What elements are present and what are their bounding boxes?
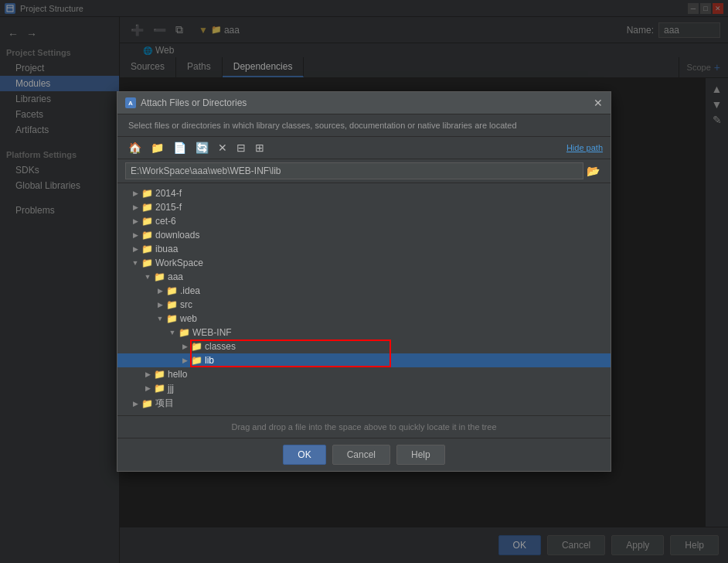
tree-item-ibuaa[interactable]: ▶ 📁 ibuaa: [117, 242, 611, 256]
tree-label-jjj: jjj: [168, 383, 174, 394]
folder-icon-classes: 📁: [190, 341, 202, 352]
tree-label-ibuaa: ibuaa: [155, 244, 178, 254]
dialog-title-bar: A Attach Files or Directories ✕: [117, 92, 611, 114]
file-tree-container: ▶ 📁 2014-f ▶ 📁 2015-f ▶ 📁 cet-6 ▶ 📁 down…: [117, 183, 611, 415]
hide-path-button[interactable]: Hide path: [566, 143, 603, 152]
attach-files-dialog: A Attach Files or Directories ✕ Select f…: [117, 91, 611, 472]
tree-item-hello[interactable]: ▶ 📁 hello: [117, 367, 611, 381]
folder-icon-jjj: 📁: [153, 383, 165, 394]
collapse-arrow: ▶: [130, 217, 141, 225]
folder-icon-webinf: 📁: [178, 327, 190, 338]
collapse-arrow: ▶: [142, 370, 153, 378]
folder-icon-downloads: 📁: [141, 230, 153, 241]
tree-label-src: src: [180, 299, 192, 310]
expand-arrow: ▼: [155, 315, 165, 322]
file-tree: ▶ 📁 2014-f ▶ 📁 2015-f ▶ 📁 cet-6 ▶ 📁 down…: [117, 183, 611, 415]
tree-label-aaa: aaa: [168, 271, 183, 282]
tree-item-web[interactable]: ▼ 📁 web: [117, 312, 611, 326]
tree-item-idea[interactable]: ▶ 📁 .idea: [117, 284, 611, 298]
tree-item-workspace[interactable]: ▼ 📁 WorkSpace: [117, 256, 611, 270]
browse-button[interactable]: 📂: [583, 163, 603, 179]
expand-button[interactable]: ⊞: [252, 140, 267, 155]
new-folder-button[interactable]: 📁: [148, 140, 167, 155]
tree-label-2015-f: 2015-f: [155, 202, 182, 213]
drop-hint: Drag and drop a file into the space abov…: [117, 415, 611, 438]
tree-item-2014-f[interactable]: ▶ 📁 2014-f: [117, 186, 611, 200]
folder-icon-idea: 📁: [165, 285, 178, 296]
collapse-arrow: ▶: [130, 231, 141, 239]
collapse-arrow: ▶: [130, 400, 141, 408]
tree-item-2015-f[interactable]: ▶ 📁 2015-f: [117, 200, 611, 214]
tree-label-webinf: WEB-INF: [192, 327, 232, 338]
tree-label-2014-f: 2014-f: [155, 188, 182, 199]
dialog-icon: A: [125, 97, 136, 108]
new-file-button[interactable]: 📄: [170, 140, 189, 155]
folder-icon-web: 📁: [165, 313, 178, 324]
tree-label-hello: hello: [168, 369, 187, 380]
tree-item-cet-6[interactable]: ▶ 📁 cet-6: [117, 214, 611, 228]
collapse-arrow: ▶: [155, 301, 165, 309]
refresh-button[interactable]: 🔄: [192, 140, 212, 155]
home-button[interactable]: 🏠: [125, 140, 145, 155]
dialog-title-text: Attach Files or Directories: [141, 97, 247, 108]
dialog-toolbar: 🏠 📁 📄 🔄 ✕ ⊟ ⊞ Hide path: [117, 137, 611, 159]
folder-icon-aaa: 📁: [153, 271, 165, 282]
folder-icon-hello: 📁: [153, 369, 165, 380]
collapse-arrow: ▶: [130, 203, 141, 211]
collapse-arrow: ▶: [179, 357, 190, 364]
tree-label-lib: lib: [205, 355, 214, 366]
tree-item-lib[interactable]: ▶ 📁 lib: [117, 353, 611, 367]
dialog-bottom-buttons: OK Cancel Help: [117, 438, 611, 471]
dialog-description: Select files or directories in which lib…: [117, 114, 611, 137]
expand-arrow: ▼: [167, 329, 178, 336]
dialog-close-button[interactable]: ✕: [594, 97, 603, 109]
folder-icon-xiang-mu: 📁: [141, 398, 153, 409]
tree-label-idea: .idea: [180, 285, 200, 296]
tree-label-classes: classes: [205, 341, 236, 352]
folder-icon-ibuaa: 📁: [141, 244, 153, 254]
delete-button[interactable]: ✕: [215, 140, 230, 155]
folder-icon-2014-f: 📁: [141, 188, 153, 199]
folder-icon-src: 📁: [165, 299, 178, 310]
tree-label-downloads: downloads: [155, 230, 199, 241]
collapse-arrow: ▶: [142, 384, 153, 392]
collapse-arrow: ▶: [155, 287, 165, 295]
tree-item-aaa[interactable]: ▼ 📁 aaa: [117, 270, 611, 284]
tree-item-webinf[interactable]: ▼ 📁 WEB-INF: [117, 326, 611, 340]
main-window: Project Structure ─ □ ✕ ← → Project Sett…: [0, 0, 728, 563]
collapse-arrow: ▶: [130, 189, 141, 197]
tree-label-xiang-mu: 项目: [155, 397, 174, 410]
tree-item-downloads[interactable]: ▶ 📁 downloads: [117, 228, 611, 242]
expand-arrow: ▼: [142, 273, 153, 281]
tree-item-xiang-mu[interactable]: ▶ 📁 项目: [117, 395, 611, 411]
path-input-bar: 📂: [117, 159, 611, 183]
dialog-help-button[interactable]: Help: [396, 445, 445, 465]
tree-item-classes[interactable]: ▶ 📁 classes: [117, 340, 611, 353]
collapse-arrow: ▶: [130, 245, 141, 253]
tree-label-cet-6: cet-6: [155, 216, 176, 227]
dialog-cancel-button[interactable]: Cancel: [332, 445, 390, 465]
collapse-arrow: ▶: [179, 343, 190, 350]
folder-icon-lib: 📁: [190, 355, 202, 366]
tree-item-src[interactable]: ▶ 📁 src: [117, 298, 611, 312]
dialog-ok-button[interactable]: OK: [283, 445, 325, 465]
folder-icon-workspace: 📁: [141, 258, 153, 268]
dialog-title: A Attach Files or Directories: [125, 97, 247, 108]
collapse-button[interactable]: ⊟: [233, 140, 249, 155]
path-input[interactable]: [125, 162, 583, 179]
dialog-overlay: A Attach Files or Directories ✕ Select f…: [0, 0, 728, 563]
expand-arrow: ▼: [130, 259, 141, 267]
folder-icon-cet-6: 📁: [141, 216, 153, 227]
folder-icon-2015-f: 📁: [141, 202, 153, 213]
tree-label-web: web: [180, 313, 197, 324]
tree-item-jjj[interactable]: ▶ 📁 jjj: [117, 381, 611, 395]
tree-label-workspace: WorkSpace: [155, 258, 203, 268]
